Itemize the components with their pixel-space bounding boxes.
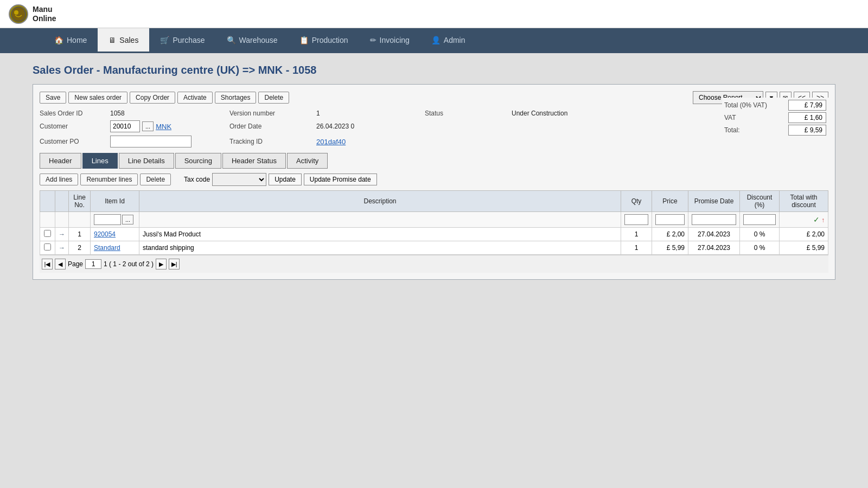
customer-label: Customer (40, 123, 110, 130)
next-page-button[interactable]: ▶ (156, 259, 167, 269)
th-price: Price (652, 191, 688, 212)
lines-table: Line No. Item Id Description Qty Price P… (40, 190, 828, 255)
tab-lines[interactable]: Lines (82, 153, 118, 169)
prev-page-button[interactable]: ◀ (55, 259, 66, 269)
th-arrow (55, 191, 69, 212)
customer-po-label: Customer PO (40, 138, 110, 145)
cancel-row-icon[interactable]: ↑ (821, 216, 825, 224)
customer-id-input[interactable] (110, 120, 140, 132)
version-number-label: Version number (229, 110, 316, 117)
order-date-value: 26.04.2023 0 (316, 123, 425, 130)
customer-link[interactable]: MNK (156, 123, 171, 131)
save-button[interactable]: Save (40, 92, 66, 104)
item-browse-button[interactable]: ... (122, 215, 133, 224)
nav-sales[interactable]: 🖥 Sales (98, 28, 149, 53)
total-value: £ 9,59 (788, 125, 826, 136)
row-2-item-id[interactable]: Standard (94, 244, 120, 252)
tracking-id-value[interactable]: 201daf40 (316, 138, 425, 146)
svg-point-0 (11, 7, 25, 21)
logo-text: Manu Online (33, 5, 56, 23)
add-lines-button[interactable]: Add lines (40, 174, 78, 185)
customer-browse-button[interactable]: ... (142, 121, 154, 131)
copy-order-button[interactable]: Copy Order (130, 92, 175, 104)
logo-area: Manu Online (9, 4, 56, 24)
tax-code-select[interactable] (212, 173, 266, 186)
row-2-price: £ 5,99 (652, 241, 688, 255)
logo-icon (9, 4, 28, 24)
tracking-id-label: Tracking ID (229, 138, 316, 145)
row-1-price: £ 2,00 (652, 228, 688, 241)
sales-icon: 🖥 (108, 36, 116, 44)
table-input-row: ... (40, 212, 828, 228)
th-total: Total with discount (780, 191, 828, 212)
customer-po-input[interactable] (110, 136, 192, 147)
totals-section: Total (0% VAT) £ 7,99 VAT £ 1,60 Total: … (722, 98, 828, 138)
nav-admin[interactable]: 👤 Admin (420, 28, 476, 53)
main-panel: Save New sales order Copy Order Activate… (33, 84, 835, 280)
row-2-arrow: → (59, 244, 65, 252)
tab-line-details[interactable]: Line Details (119, 153, 174, 169)
vat-label: VAT (724, 114, 784, 121)
order-date-label: Order Date (229, 123, 316, 130)
home-icon: 🏠 (54, 36, 63, 44)
renumber-lines-button[interactable]: Renumber lines (80, 174, 138, 185)
main-content: Sales Order - Manufacturing centre (UK) … (0, 53, 868, 291)
lines-delete-button[interactable]: Delete (140, 174, 171, 185)
status-label: Status (425, 110, 512, 117)
table-row: → 2 Standard standard shipping 1 £ 5,99 … (40, 241, 828, 255)
first-page-button[interactable]: |◀ (42, 259, 53, 269)
item-id-input[interactable] (94, 214, 121, 225)
qty-input[interactable] (624, 214, 648, 225)
shortages-button[interactable]: Shortages (215, 92, 257, 104)
promise-date-input[interactable] (692, 214, 736, 225)
th-line-no: Line No. (69, 191, 91, 212)
update-promise-button[interactable]: Update Promise date (304, 174, 377, 185)
sales-order-id-label: Sales Order ID (40, 110, 110, 117)
tabs: Header Lines Line Details Sourcing Heade… (40, 153, 828, 169)
tab-activity[interactable]: Activity (287, 153, 328, 169)
top-bar: Manu Online (0, 0, 868, 28)
nav-purchase[interactable]: 🛒 Purchase (149, 28, 215, 53)
page-title: Sales Order - Manufacturing centre (UK) … (33, 64, 835, 76)
total-vat-row: Total (0% VAT) £ 7,99 (724, 100, 826, 111)
delete-button[interactable]: Delete (258, 92, 289, 104)
invoicing-icon: ✏ (370, 36, 376, 44)
tab-sourcing[interactable]: Sourcing (175, 153, 221, 169)
nav-production[interactable]: 📋 Production (289, 28, 359, 53)
tab-header[interactable]: Header (40, 153, 81, 169)
th-promise-date: Promise Date (688, 191, 740, 212)
order-info-grid: Sales Order ID 1058 Version number 1 Sta… (40, 110, 828, 147)
activate-button[interactable]: Activate (177, 92, 213, 104)
new-sales-order-button[interactable]: New sales order (68, 92, 127, 104)
nav-invoicing[interactable]: ✏ Invoicing (359, 28, 420, 53)
svg-point-1 (14, 10, 18, 15)
purchase-icon: 🛒 (160, 36, 169, 44)
nav-home[interactable]: 🏠 Home (43, 28, 98, 53)
price-input[interactable] (655, 214, 685, 225)
pagination-summary: 1 ( 1 - 2 out of 2 ) (104, 260, 154, 268)
row-2-checkbox[interactable] (44, 243, 51, 251)
update-button[interactable]: Update (269, 174, 302, 185)
page-number-input[interactable] (85, 259, 101, 269)
table-header-row: Line No. Item Id Description Qty Price P… (40, 191, 828, 212)
th-qty: Qty (621, 191, 652, 212)
row-1-qty: 1 (621, 228, 652, 241)
th-discount: Discount (%) (740, 191, 780, 212)
row-1-item-id[interactable]: 920054 (94, 230, 116, 238)
discount-input[interactable] (743, 214, 776, 225)
nav-bar: 🏠 Home 🖥 Sales 🛒 Purchase 🔍 Warehouse 📋 … (0, 28, 868, 53)
table-row: → 1 920054 Jussi's Mad Product 1 £ 2,00 … (40, 228, 828, 241)
row-1-description: Jussi's Mad Product (139, 228, 621, 241)
row-1-checkbox[interactable] (44, 230, 51, 237)
tab-header-status[interactable]: Header Status (222, 153, 286, 169)
nav-warehouse[interactable]: 🔍 Warehouse (216, 28, 289, 53)
row-1-total: £ 2,00 (780, 228, 828, 241)
row-1-discount: 0 % (740, 228, 780, 241)
confirm-icon[interactable]: ✓ (813, 215, 820, 224)
tax-code-label: Tax code (184, 176, 210, 183)
customer-field: ... MNK (110, 120, 229, 132)
total-label: Total: (724, 126, 784, 134)
last-page-button[interactable]: ▶| (169, 259, 180, 269)
row-2-description: standard shipping (139, 241, 621, 255)
pagination: |◀ ◀ Page 1 ( 1 - 2 out of 2 ) ▶ ▶| (40, 255, 828, 273)
